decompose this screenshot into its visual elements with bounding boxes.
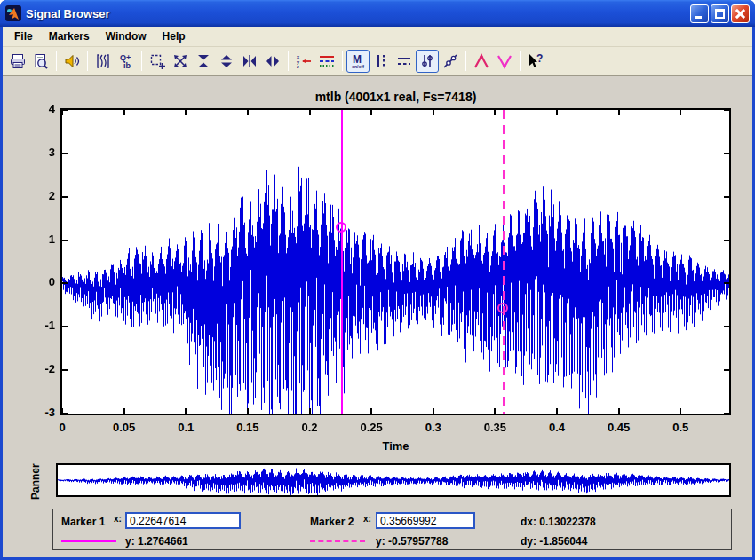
x-tick-label: 0.25 bbox=[352, 421, 391, 434]
y-tick bbox=[62, 196, 68, 198]
full-view-icon[interactable] bbox=[169, 50, 192, 73]
x-tick bbox=[618, 408, 620, 414]
toolbar: Q+ib xyz bbox=[3, 47, 752, 76]
marker2-point[interactable] bbox=[497, 303, 508, 313]
marker1-x-input[interactable] bbox=[125, 512, 241, 529]
y-tick-label: 1 bbox=[21, 233, 55, 246]
x-tick bbox=[370, 408, 372, 414]
signal-waveform[interactable] bbox=[62, 110, 729, 414]
print-preview-icon[interactable] bbox=[29, 50, 52, 73]
x-tick bbox=[618, 110, 620, 115]
y-tick-label: 2 bbox=[21, 189, 55, 202]
y-tick bbox=[62, 240, 68, 241]
plot-title: mtlb (4001x1 real, Fs=7418) bbox=[60, 90, 731, 104]
minimize-button[interactable] bbox=[690, 4, 709, 23]
x-tick bbox=[185, 408, 187, 414]
dx-value: dx: 0.13022378 bbox=[521, 516, 596, 528]
panner-waveform[interactable] bbox=[58, 465, 729, 495]
zoom-in-x-icon[interactable] bbox=[238, 50, 261, 73]
marker1-line-sample bbox=[61, 540, 116, 542]
marker1-x-label: x: bbox=[114, 514, 122, 524]
y-tick-label: 3 bbox=[21, 146, 55, 159]
menu-window[interactable]: Window bbox=[98, 28, 155, 45]
close-button[interactable] bbox=[731, 4, 750, 23]
maximize-button[interactable] bbox=[711, 4, 729, 23]
peak-marker-icon[interactable] bbox=[470, 50, 493, 73]
y-tick-label: -2 bbox=[21, 362, 55, 375]
panner[interactable] bbox=[56, 463, 731, 497]
menu-bar: File Markers Window Help bbox=[3, 27, 752, 47]
y-tick-label: 0 bbox=[21, 275, 55, 288]
x-tick-label: 0.05 bbox=[105, 421, 144, 434]
whats-this-icon[interactable]: ? bbox=[524, 50, 547, 73]
maximize-icon bbox=[715, 9, 725, 19]
y-tick bbox=[724, 369, 729, 371]
x-axis-label: Time bbox=[60, 439, 731, 453]
y-tick bbox=[724, 240, 729, 241]
toolbar-separator bbox=[520, 51, 521, 71]
valley-marker-icon[interactable] bbox=[493, 50, 516, 73]
x-tick-label: 0.45 bbox=[600, 421, 639, 434]
track-markers-icon[interactable] bbox=[416, 50, 439, 73]
svg-text:z: z bbox=[297, 64, 299, 69]
marker1-line[interactable] bbox=[341, 110, 343, 414]
x-tick-label: 0.1 bbox=[166, 421, 205, 434]
x-tick bbox=[123, 110, 125, 115]
panner-label: Panner bbox=[29, 464, 44, 500]
zoom-out-y-icon[interactable] bbox=[215, 50, 238, 73]
y-tick bbox=[724, 282, 729, 284]
slope-markers-icon[interactable] bbox=[439, 50, 462, 73]
marker2-x-label: x: bbox=[363, 514, 371, 524]
close-icon bbox=[735, 8, 746, 20]
toolbar-separator bbox=[87, 51, 88, 71]
line-style-icon[interactable] bbox=[315, 50, 338, 73]
menu-file[interactable]: File bbox=[6, 28, 41, 45]
marker2-x-input[interactable] bbox=[376, 512, 475, 529]
toolbar-separator bbox=[465, 51, 466, 71]
x-tick bbox=[309, 110, 311, 115]
main-axes[interactable]: 00.050.10.150.20.250.30.350.40.450.5-3-2… bbox=[60, 108, 731, 415]
horizontal-markers-icon[interactable] bbox=[393, 50, 416, 73]
zoom-out-x-icon[interactable] bbox=[261, 50, 284, 73]
x-tick-label: 0.3 bbox=[414, 421, 453, 434]
mouse-zoom-icon[interactable] bbox=[146, 50, 169, 73]
y-tick bbox=[62, 153, 68, 154]
x-tick bbox=[433, 408, 434, 414]
marker1-label: Marker 1 bbox=[61, 516, 105, 528]
zoom-in-y-icon[interactable] bbox=[192, 50, 215, 73]
marker2-line-sample bbox=[310, 540, 365, 542]
x-tick bbox=[247, 110, 249, 115]
pick-x-icon[interactable]: xyz bbox=[292, 50, 315, 73]
x-tick bbox=[370, 110, 372, 115]
y-tick-label: -1 bbox=[21, 319, 55, 332]
y-tick bbox=[62, 326, 68, 327]
x-tick-label: 0 bbox=[43, 421, 82, 434]
toolbar-separator bbox=[141, 51, 142, 71]
window-title: Signal Browser bbox=[26, 7, 110, 20]
marker-panel: Marker 1 x: y: 1.2764661 Marker 2 x: y: … bbox=[52, 509, 732, 550]
y-tick-label: 4 bbox=[21, 102, 55, 115]
vertical-markers-icon[interactable] bbox=[370, 50, 393, 73]
dy-value: dy: -1.856044 bbox=[521, 535, 587, 548]
menu-markers[interactable]: Markers bbox=[41, 28, 98, 45]
y-tick-label: -3 bbox=[21, 406, 55, 419]
y-tick bbox=[62, 282, 68, 284]
y-tick bbox=[724, 413, 729, 414]
play-sound-icon[interactable] bbox=[60, 50, 83, 73]
x-tick bbox=[680, 408, 681, 414]
window-client-area: File Markers Window Help Q+ib bbox=[3, 27, 752, 557]
menu-help[interactable]: Help bbox=[155, 28, 194, 45]
print-icon[interactable] bbox=[6, 50, 29, 73]
svg-text:ib: ib bbox=[123, 61, 131, 70]
x-tick-label: 0.4 bbox=[537, 421, 576, 434]
x-tick-label: 0.15 bbox=[228, 421, 267, 434]
title-bar[interactable]: Signal Browser bbox=[0, 0, 755, 27]
array-signals-icon[interactable] bbox=[91, 50, 115, 73]
y-tick bbox=[62, 369, 68, 371]
x-tick bbox=[556, 408, 558, 414]
y-tick bbox=[724, 196, 729, 198]
x-tick-label: 0.35 bbox=[475, 421, 514, 434]
marker2-line[interactable] bbox=[503, 110, 505, 414]
index-labels-icon[interactable]: Q+ib bbox=[115, 50, 138, 73]
markers-onoff-icon[interactable]: Mon/off bbox=[346, 50, 370, 73]
